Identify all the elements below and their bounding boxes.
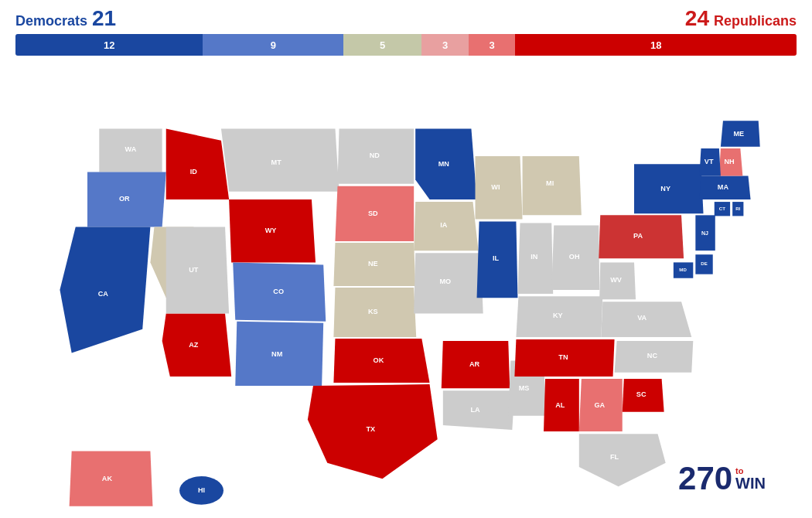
state-il[interactable] bbox=[477, 222, 518, 298]
state-md[interactable] bbox=[674, 262, 693, 278]
state-ca[interactable] bbox=[60, 227, 150, 353]
state-tn[interactable] bbox=[514, 339, 614, 377]
state-in[interactable] bbox=[517, 223, 553, 295]
rep-count: 24 bbox=[685, 6, 709, 31]
state-nm[interactable] bbox=[235, 322, 323, 386]
state-wv[interactable] bbox=[599, 262, 636, 299]
state-fl[interactable] bbox=[579, 434, 666, 486]
state-al[interactable] bbox=[544, 379, 579, 431]
legend-segment: 9 bbox=[203, 34, 343, 56]
state-ma[interactable] bbox=[699, 176, 750, 200]
state-ar[interactable] bbox=[442, 341, 510, 388]
state-pa[interactable] bbox=[599, 215, 684, 258]
rep-party-label: Republicans bbox=[714, 13, 797, 29]
state-de[interactable] bbox=[695, 254, 712, 274]
state-sc[interactable] bbox=[623, 379, 664, 412]
state-mn[interactable] bbox=[415, 128, 476, 199]
legend-segment: 3 bbox=[421, 34, 469, 56]
logo-number: 270 bbox=[678, 462, 732, 495]
state-nd[interactable] bbox=[338, 128, 415, 183]
state-ky[interactable] bbox=[516, 296, 602, 337]
state-ok[interactable] bbox=[333, 339, 429, 383]
state-nh[interactable] bbox=[719, 148, 743, 176]
state-ak[interactable] bbox=[70, 452, 153, 506]
state-co[interactable] bbox=[233, 262, 326, 321]
state-vt[interactable] bbox=[699, 148, 720, 176]
state-tx[interactable] bbox=[308, 384, 438, 479]
state-va[interactable] bbox=[601, 302, 691, 337]
state-mo[interactable] bbox=[414, 253, 483, 313]
state-wy[interactable] bbox=[229, 199, 316, 262]
legend-segment: 18 bbox=[515, 34, 797, 56]
logo: 270 to WIN bbox=[678, 462, 766, 495]
state-id[interactable] bbox=[166, 128, 229, 199]
logo-win: WIN bbox=[735, 475, 766, 491]
legend-segment: 3 bbox=[469, 34, 516, 56]
state-ne[interactable] bbox=[333, 243, 415, 286]
map-container: WA OR CA ID NV AZ MT WY UT CO NM ND SD N… bbox=[0, 62, 812, 518]
state-wa[interactable] bbox=[99, 128, 162, 172]
state-me[interactable] bbox=[721, 121, 760, 147]
dem-count: 21 bbox=[92, 6, 116, 31]
state-nj[interactable] bbox=[695, 215, 715, 250]
state-ga[interactable] bbox=[579, 379, 623, 431]
legend-segment: 5 bbox=[343, 34, 421, 56]
state-az[interactable] bbox=[162, 314, 232, 377]
logo-to: to bbox=[735, 467, 766, 475]
state-or[interactable] bbox=[87, 172, 166, 227]
state-ks[interactable] bbox=[333, 288, 416, 337]
state-nc[interactable] bbox=[615, 341, 694, 373]
legend-segment: 12 bbox=[15, 34, 203, 56]
state-hi[interactable] bbox=[179, 476, 223, 505]
header: Democrats 21 24 Republicans bbox=[0, 0, 812, 34]
state-mi[interactable] bbox=[523, 156, 582, 215]
state-ri[interactable] bbox=[732, 202, 743, 216]
state-ut[interactable] bbox=[166, 227, 229, 314]
state-ny[interactable] bbox=[634, 164, 704, 213]
state-la[interactable] bbox=[443, 390, 515, 430]
legend-bar: 12953318 bbox=[15, 34, 797, 56]
state-ct[interactable] bbox=[715, 202, 730, 216]
state-sd[interactable] bbox=[335, 186, 414, 241]
state-mt[interactable] bbox=[221, 128, 339, 191]
dem-party-label: Democrats bbox=[15, 13, 87, 29]
state-ia[interactable] bbox=[414, 202, 478, 250]
state-oh[interactable] bbox=[551, 226, 599, 290]
state-wi[interactable] bbox=[476, 156, 523, 219]
